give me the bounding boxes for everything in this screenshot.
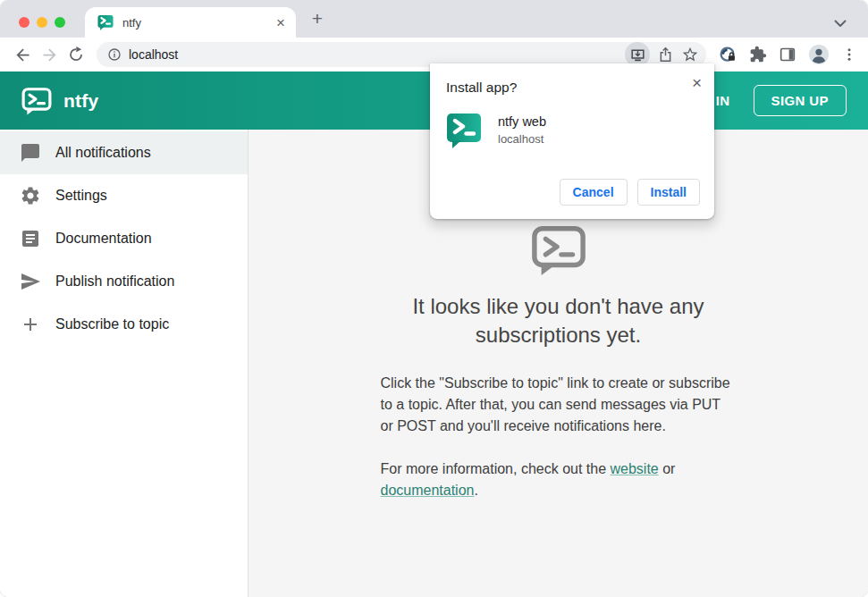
install-app-dialog: Install app? × ntfy web localhost Cancel… <box>430 63 714 219</box>
minimize-window-button[interactable] <box>37 17 47 28</box>
empty-state-title: It looks like you don't have any subscri… <box>367 292 751 349</box>
extension-lock-icon[interactable] <box>719 46 737 64</box>
window-controls <box>19 17 65 28</box>
tab-close-icon[interactable]: × <box>276 15 285 30</box>
dialog-title: Install app? <box>446 80 700 96</box>
sidebar-item-settings[interactable]: Settings <box>0 174 248 217</box>
paragraph-text: . <box>474 483 477 498</box>
ntfy-logo-icon <box>21 86 52 116</box>
extensions-puzzle-icon[interactable] <box>749 46 767 63</box>
sidebar-item-label: Publish notification <box>55 273 174 290</box>
dialog-app-meta: ntfy web localhost <box>498 113 546 146</box>
sidebar-nav: All notifications Settings Documentation… <box>0 130 249 597</box>
empty-state-text: Click the "Subscribe to topic" link to c… <box>381 373 737 501</box>
toolbar-extensions <box>719 44 857 65</box>
sign-up-button[interactable]: SIGN UP <box>754 85 847 116</box>
paragraph-text: or <box>659 461 676 476</box>
share-icon[interactable] <box>657 46 674 63</box>
install-button[interactable]: Install <box>637 179 700 206</box>
dialog-app-origin: localhost <box>498 132 546 146</box>
profile-avatar-icon[interactable] <box>808 44 830 65</box>
chat-bubble-icon <box>20 142 41 164</box>
back-icon[interactable] <box>9 41 36 68</box>
paragraph-text: For more information, check out the <box>381 461 611 476</box>
dialog-close-icon[interactable]: × <box>692 74 702 91</box>
tab-title: ntfy <box>122 16 276 29</box>
sidebar-item-label: Documentation <box>55 231 152 247</box>
reload-icon[interactable] <box>63 41 89 68</box>
new-tab-button[interactable]: + <box>304 10 331 29</box>
documentation-link[interactable]: documentation <box>381 483 475 498</box>
tab-strip: ntfy × + <box>0 0 868 38</box>
ntfy-app-icon <box>446 113 482 148</box>
sidebar-item-publish-notification[interactable]: Publish notification <box>0 260 248 303</box>
sidebar-item-subscribe-to-topic[interactable]: Subscribe to topic <box>0 303 248 346</box>
browser-tab[interactable]: ntfy × <box>85 7 296 38</box>
gear-icon <box>20 185 41 206</box>
website-link[interactable]: website <box>611 461 659 476</box>
article-icon <box>20 228 41 249</box>
tab-favicon-icon <box>97 14 114 30</box>
tab-search-chevron-icon[interactable] <box>834 15 847 31</box>
sidebar-item-label: Subscribe to topic <box>55 316 169 332</box>
site-info-icon[interactable] <box>107 47 122 62</box>
url-text[interactable]: localhost <box>129 47 625 62</box>
browser-window: ntfy × + localhost <box>0 0 868 597</box>
ntfy-logo-gray-icon <box>249 223 868 278</box>
plus-icon <box>20 314 41 335</box>
sidebar-item-label: Settings <box>55 188 107 204</box>
send-icon <box>20 271 41 292</box>
sidebar-item-all-notifications[interactable]: All notifications <box>0 131 248 174</box>
close-window-button[interactable] <box>19 17 29 28</box>
bookmark-star-icon[interactable] <box>681 46 699 63</box>
dialog-app-name: ntfy web <box>498 114 546 129</box>
dialog-app-row: ntfy web localhost <box>446 113 700 148</box>
app-title: ntfy <box>63 90 98 112</box>
empty-state-paragraph: For more information, check out the webs… <box>381 458 737 501</box>
brand: ntfy <box>21 86 98 116</box>
zoom-window-button[interactable] <box>55 17 65 28</box>
browser-menu-kebab-icon[interactable] <box>841 46 857 63</box>
cancel-button[interactable]: Cancel <box>560 179 628 206</box>
sidebar-item-label: All notifications <box>55 145 151 161</box>
side-panel-icon[interactable] <box>779 46 796 63</box>
sidebar-item-documentation[interactable]: Documentation <box>0 217 248 260</box>
empty-state-paragraph: Click the "Subscribe to topic" link to c… <box>381 373 737 437</box>
forward-icon[interactable] <box>36 41 63 68</box>
dialog-buttons: Cancel Install <box>560 179 700 206</box>
